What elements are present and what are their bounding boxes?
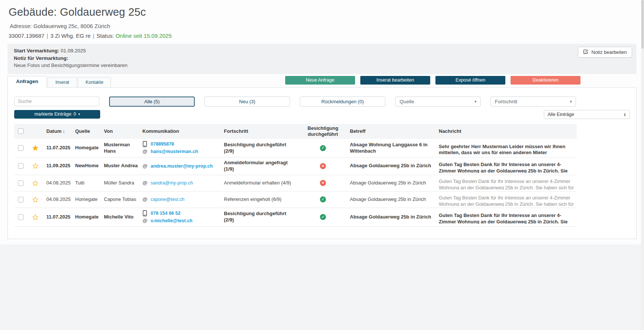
email-link[interactable]: capone@test.ch xyxy=(151,196,185,202)
entries-filter-select[interactable]: Alle Einträge ▲▼ xyxy=(544,110,630,119)
table-row[interactable]: 11.07.2025 Homegate Musterman Hans 07889… xyxy=(14,139,577,158)
table-header-row: Datum↓ Quelle Von Kommunikation Fortschr… xyxy=(14,124,577,139)
marked-entries-button[interactable]: markierte Einträge: 0 ▾ xyxy=(14,110,100,119)
column-header-source[interactable]: Quelle xyxy=(73,127,102,136)
row-date: 11.09.2025 xyxy=(44,161,73,171)
row-subject: Absage Goldauerweg 25b in Zürich xyxy=(348,178,437,189)
row-star-cell xyxy=(30,143,44,153)
row-date: 04.08.2025 xyxy=(44,178,73,189)
visit-status-icon: ✓ xyxy=(320,196,326,202)
row-source: NewHome xyxy=(73,161,102,171)
filter-row: Alle (5) Neu (3) Rückmeldungen (0) Quell… xyxy=(14,97,630,107)
table-row[interactable]: 04.08.2025 Homegate Capone Tobias @ capo… xyxy=(14,192,577,208)
chevron-down-icon: ▾ xyxy=(474,99,477,104)
column-header-message[interactable]: Nachricht xyxy=(437,127,577,136)
marketing-start-line: Start Vermarktung: 01.09.2025 xyxy=(14,47,631,55)
tab-anfragen[interactable]: Anfragen xyxy=(7,76,47,88)
table-row[interactable]: 11.07.2025 Homegate Michelle Vito 078 15… xyxy=(14,208,577,227)
row-star-cell xyxy=(30,161,44,171)
row-from: Müller Sandra xyxy=(102,178,140,189)
object-id: 33007.139687 xyxy=(9,33,44,39)
row-communication: 078895878 @ hans@musterman.ch xyxy=(140,139,222,157)
email-line: @ sandra@my-prop.ch xyxy=(142,180,219,186)
new-request-button[interactable]: Neue Anfrage xyxy=(285,76,355,85)
status-value[interactable]: Online seit 15.09.2025 xyxy=(115,33,172,39)
filter-feedback-button[interactable]: Rückmeldungen (0) xyxy=(300,97,385,107)
tab-bar: Anfragen Inserat Kontakte Neue Anfrage I… xyxy=(7,76,637,88)
object-type: 3 Zi Whg. EG re xyxy=(50,33,91,39)
row-message: Guten Tag Besten Dank für Ihr Interesse … xyxy=(437,210,577,224)
row-visited-cell: ✕ xyxy=(298,161,348,171)
search-input[interactable] xyxy=(14,97,99,106)
at-icon: @ xyxy=(142,163,147,169)
row-checkbox-cell xyxy=(14,143,30,153)
filter-new-button[interactable]: Neu (3) xyxy=(204,97,290,107)
row-progress: Besichtigung durchgeführt (2/9) xyxy=(222,208,298,226)
row-progress: Besichtigung durchgeführt (2/9) xyxy=(222,140,298,157)
star-icon[interactable] xyxy=(32,196,38,203)
row-progress: Anmeldeformular angefragt (1/9) xyxy=(222,158,298,175)
visit-status-icon: ✓ xyxy=(320,214,326,220)
deactivate-button[interactable]: Deaktivieren xyxy=(511,76,580,85)
row-checkbox[interactable] xyxy=(18,145,24,151)
table-row[interactable]: 11.09.2025 NewHome Muster Andrea @ andre… xyxy=(14,158,577,175)
email-line: @ v.michelle@test.ch xyxy=(142,217,219,224)
phone-link[interactable]: 078895878 xyxy=(151,141,174,147)
row-checkbox[interactable] xyxy=(18,197,24,202)
row-star-cell xyxy=(30,212,44,223)
sort-desc-icon: ↓ xyxy=(62,129,65,134)
row-from: Musterman Hans xyxy=(102,140,140,157)
visit-status-icon: ✕ xyxy=(320,163,326,169)
table-row[interactable]: 04.08.2025 Tutti Müller Sandra @ sandra@… xyxy=(14,175,577,192)
inquiries-table: Datum↓ Quelle Von Kommunikation Fortschr… xyxy=(14,124,577,227)
select-all-checkbox[interactable] xyxy=(18,128,24,134)
star-icon[interactable] xyxy=(32,214,38,220)
star-icon[interactable] xyxy=(32,180,38,186)
row-checkbox[interactable] xyxy=(18,180,24,186)
column-header-from[interactable]: Von xyxy=(102,127,140,136)
row-message: Sehr geehrter Herr Musterman Leider müss… xyxy=(437,141,577,155)
row-checkbox[interactable] xyxy=(18,214,24,220)
row-visited-cell: ✕ xyxy=(298,178,348,188)
row-checkbox-cell xyxy=(14,161,30,171)
marketing-start-label: Start Vermarktung: xyxy=(14,48,59,54)
star-icon[interactable] xyxy=(32,145,38,151)
row-visited-cell: ✓ xyxy=(298,143,348,153)
row-source: Homegate xyxy=(73,194,102,205)
page-scrollbar[interactable] xyxy=(641,0,644,330)
table-body: 11.07.2025 Homegate Musterman Hans 07889… xyxy=(14,139,577,226)
entries-filter-value: Alle Einträge xyxy=(548,112,574,117)
row-checkbox[interactable] xyxy=(18,163,24,169)
visit-status-icon: ✓ xyxy=(320,145,326,151)
progress-select-value: Fortschritt xyxy=(495,99,517,104)
tab-inserat[interactable]: Inserat xyxy=(47,77,77,87)
email-link[interactable]: v.michelle@test.ch xyxy=(151,218,192,224)
source-select[interactable]: Quelle ▾ xyxy=(395,97,481,107)
email-link[interactable]: hans@musterman.ch xyxy=(151,149,198,155)
column-header-visited[interactable]: Besichtigung durchgeführt xyxy=(298,124,348,139)
row-date: 11.07.2025 xyxy=(44,212,73,223)
chevron-down-icon: ▾ xyxy=(78,112,80,116)
filter-all-button[interactable]: Alle (5) xyxy=(109,97,195,107)
star-icon[interactable] xyxy=(32,163,38,169)
address-line: Adresse: Goldauerweg 25c, 8006 Zürich xyxy=(10,23,637,29)
status-label: Status: xyxy=(96,33,114,39)
scrollbar-thumb[interactable] xyxy=(641,0,644,49)
tab-kontakte[interactable]: Kontakte xyxy=(78,77,111,87)
email-link[interactable]: sandra@my-prop.ch xyxy=(151,180,193,186)
row-from: Muster Andrea xyxy=(102,161,140,171)
row-source: Homegate xyxy=(73,143,102,153)
mobile-phone-icon xyxy=(142,210,147,216)
open-expose-button[interactable]: Exposé öffnen xyxy=(435,76,505,85)
row-communication: 078 154 66 52 @ v.michelle@test.ch xyxy=(140,208,222,226)
column-header-communication[interactable]: Kommunikation xyxy=(140,127,222,136)
edit-note-button[interactable]: Notiz bearbeiten xyxy=(578,47,632,58)
edit-pencil-icon xyxy=(583,49,588,55)
phone-link[interactable]: 078 154 66 52 xyxy=(151,210,181,216)
progress-select[interactable]: Fortschritt ▾ xyxy=(490,97,576,107)
edit-listing-button[interactable]: Inserat bearbeiten xyxy=(360,76,430,85)
column-header-date[interactable]: Datum↓ xyxy=(44,127,73,136)
column-header-progress[interactable]: Fortschritt xyxy=(222,127,298,136)
column-header-subject[interactable]: Betreff xyxy=(348,127,437,136)
email-link[interactable]: andrea.muster@my-prop.ch xyxy=(151,163,213,169)
